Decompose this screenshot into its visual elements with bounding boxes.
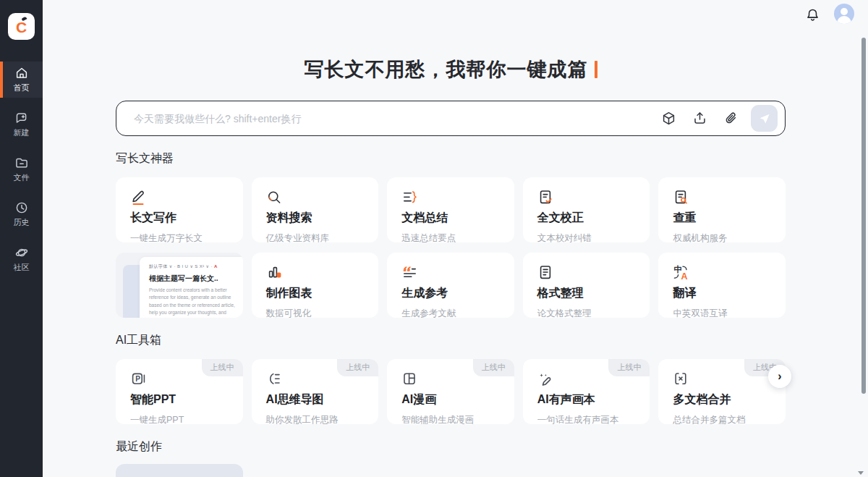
card-long-writing[interactable]: 长文写作 一键生成万字长文 bbox=[116, 177, 243, 242]
cube-icon[interactable] bbox=[661, 111, 676, 126]
sidebar-item-community[interactable]: 社区 bbox=[0, 241, 43, 277]
card-subtitle: 生成参考文献 bbox=[401, 308, 500, 320]
card-title: 多文档合并 bbox=[673, 392, 771, 408]
status-badge: 上线中 bbox=[202, 359, 243, 376]
card-research-search[interactable]: 资料搜索 亿级专业资料库 bbox=[252, 177, 379, 242]
card-smart-ppt[interactable]: 上线中 P 智能PPT 一键生成PPT bbox=[116, 359, 243, 424]
section-title-writer-tools: 写长文神器 bbox=[116, 151, 786, 166]
svg-text:A: A bbox=[681, 271, 688, 282]
status-badge: 上线中 bbox=[473, 359, 514, 376]
card-subtitle: 迅速总结要点 bbox=[401, 232, 500, 245]
card-subtitle: 一键生成万字长文 bbox=[130, 232, 229, 245]
card-subtitle: 智能辅助生成漫画 bbox=[401, 414, 500, 426]
upload-icon[interactable] bbox=[692, 111, 707, 126]
sidebar-item-files[interactable]: 文件 bbox=[0, 151, 43, 187]
card-title: AI有声画本 bbox=[537, 392, 636, 408]
card-title: 长文写作 bbox=[130, 211, 229, 226]
avatar-body bbox=[837, 16, 851, 24]
format-icon bbox=[537, 264, 553, 282]
mindmap-icon bbox=[266, 371, 282, 388]
ai-toolbox-grid: 上线中 P 智能PPT 一键生成PPT 上线中 AI思维导图 助你发散工作思路 … bbox=[116, 359, 786, 424]
card-subtitle: 亿级专业资料库 bbox=[266, 232, 365, 245]
card-generate-references[interactable]: 生成参考 生成参考文献 bbox=[387, 253, 514, 318]
card-title: 翻译 bbox=[673, 286, 771, 301]
card-format-cleanup[interactable]: 格式整理 论文格式整理 bbox=[523, 253, 650, 318]
prompt-composer bbox=[116, 101, 786, 136]
card-merge-docs[interactable]: 上线中 多文档合并 总结合并多篇文档 bbox=[658, 359, 786, 424]
card-doc-summary[interactable]: 文档总结 迅速总结要点 bbox=[387, 177, 514, 242]
sidebar-item-label: 历史 bbox=[14, 217, 30, 228]
card-title: 资料搜索 bbox=[266, 211, 365, 226]
proofread-icon bbox=[537, 189, 553, 206]
card-subtitle: 一句话生成有声画本 bbox=[537, 414, 636, 426]
ppt-icon: P bbox=[130, 371, 146, 388]
card-title: 全文校正 bbox=[537, 211, 636, 226]
sidebar-item-history[interactable]: 历史 bbox=[0, 196, 43, 232]
carousel-next-button[interactable]: › bbox=[768, 365, 791, 388]
card-make-charts[interactable]: 制作图表 数据可视化 bbox=[252, 253, 379, 318]
card-subtitle: 一键生成PPT bbox=[130, 414, 229, 426]
section-title-recent: 最近创作 bbox=[116, 439, 786, 455]
section-title-ai-toolbox: AI工具箱 bbox=[116, 333, 786, 348]
card-title: 生成参考 bbox=[401, 286, 500, 301]
avatar-head bbox=[841, 8, 848, 15]
scrollbar-thumb[interactable] bbox=[861, 38, 866, 394]
card-subtitle: 总结合并多篇文档 bbox=[673, 414, 771, 426]
sidebar-item-label: 首页 bbox=[14, 83, 30, 93]
card-ai-comic[interactable]: 上线中 AI漫画 智能辅助生成漫画 bbox=[387, 359, 514, 424]
card-subtitle: 论文格式整理 bbox=[537, 308, 636, 320]
recent-item-card[interactable] bbox=[116, 464, 243, 477]
sidebar-item-home[interactable]: 首页 bbox=[0, 62, 43, 98]
chevron-right-icon: › bbox=[778, 370, 781, 383]
app-logo[interactable]: C bbox=[8, 13, 35, 40]
translate-icon: 中A bbox=[673, 264, 689, 282]
sidebar-item-label: 社区 bbox=[14, 262, 30, 273]
card-doc-preview[interactable]: 默认字体 ∨ · B I U ∨ S X² ∨ · A 根据主题写一篇长文.. … bbox=[116, 253, 243, 318]
card-subtitle: 数据可视化 bbox=[266, 308, 365, 320]
reference-icon bbox=[401, 264, 417, 282]
card-proofread[interactable]: 全文校正 文本校对纠错 bbox=[523, 177, 650, 242]
card-title: AI思维导图 bbox=[266, 392, 365, 408]
new-chat-icon bbox=[14, 111, 29, 125]
preview-sheet-front: 默认字体 ∨ · B I U ∨ S X² ∨ · A 根据主题写一篇长文.. … bbox=[140, 257, 243, 318]
comic-icon bbox=[401, 371, 417, 388]
card-subtitle: 文本校对纠错 bbox=[537, 232, 636, 245]
search-icon bbox=[266, 189, 282, 206]
summary-icon bbox=[401, 189, 417, 206]
card-title: 文档总结 bbox=[401, 211, 500, 226]
card-translate[interactable]: 中A 翻译 中英双语互译 bbox=[658, 253, 786, 318]
card-plagiarism-check[interactable]: 查重 权威机构服务 bbox=[658, 177, 786, 242]
topbar bbox=[43, 0, 868, 29]
bell-icon[interactable] bbox=[805, 7, 820, 22]
card-title: 查重 bbox=[673, 211, 771, 226]
preview-doc-toolbar: 默认字体 ∨ · B I U ∨ S X² ∨ · A bbox=[149, 263, 243, 270]
send-button[interactable] bbox=[751, 105, 778, 132]
community-icon bbox=[14, 245, 29, 260]
merge-icon bbox=[673, 371, 689, 388]
card-subtitle: 助你发散工作思路 bbox=[266, 414, 365, 426]
audiobook-icon bbox=[537, 371, 553, 388]
sidebar-nav: 首页 新建 文件 历史 社区 bbox=[0, 62, 43, 277]
files-icon bbox=[14, 156, 29, 170]
pencil-icon bbox=[130, 189, 146, 206]
prompt-input[interactable] bbox=[134, 113, 645, 124]
plagiarism-icon bbox=[673, 189, 689, 206]
status-badge: 上线中 bbox=[337, 359, 378, 376]
avatar[interactable] bbox=[834, 4, 854, 24]
sidebar-item-new[interactable]: 新建 bbox=[0, 106, 43, 143]
card-title: AI漫画 bbox=[401, 392, 500, 408]
send-icon bbox=[758, 112, 771, 125]
text-cursor bbox=[595, 61, 597, 78]
sidebar-item-label: 文件 bbox=[14, 172, 30, 183]
scrollbar-down-arrow[interactable] bbox=[858, 471, 864, 475]
card-ai-mindmap[interactable]: 上线中 AI思维导图 助你发散工作思路 bbox=[252, 359, 379, 424]
card-ai-audiobook[interactable]: 上线中 AI有声画本 一句话生成有声画本 bbox=[523, 359, 650, 424]
ai-toolbox-section: AI工具箱 上线中 P 智能PPT 一键生成PPT 上线中 AI思维导图 助你发… bbox=[116, 333, 786, 424]
preview-doc-body: Provide content creators with a better r… bbox=[149, 287, 236, 318]
card-title: 制作图表 bbox=[266, 286, 365, 301]
status-badge: 上线中 bbox=[608, 359, 650, 376]
main-content: 写长文不用愁，我帮你一键成篇 写长文神器 长文写作 一键生成万字长文 bbox=[43, 0, 868, 477]
paperclip-icon[interactable] bbox=[723, 111, 739, 126]
chart-icon bbox=[266, 264, 282, 282]
card-subtitle: 中英双语互译 bbox=[673, 308, 771, 320]
